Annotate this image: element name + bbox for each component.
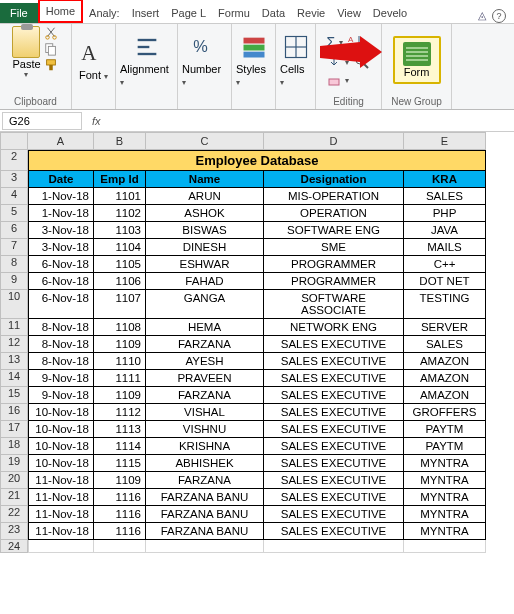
cell-desig-19[interactable]: SALES EXECUTIVE <box>264 455 404 472</box>
cell-kra-4[interactable]: SALES <box>404 188 486 205</box>
cell-kra-20[interactable]: MYNTRA <box>404 472 486 489</box>
cell-kra-5[interactable]: PHP <box>404 205 486 222</box>
row-header-11[interactable]: 11 <box>0 319 28 336</box>
cell-name-17[interactable]: VISHNU <box>146 421 264 438</box>
cell-date-4[interactable]: 1-Nov-18 <box>28 188 94 205</box>
cell-date-21[interactable]: 11-Nov-18 <box>28 489 94 506</box>
cell-id-20[interactable]: 1109 <box>94 472 146 489</box>
cell-date-14[interactable]: 9-Nov-18 <box>28 370 94 387</box>
column-header-C[interactable]: C <box>146 132 264 150</box>
cell-name-4[interactable]: ARUN <box>146 188 264 205</box>
cell-desig-16[interactable]: SALES EXECUTIVE <box>264 404 404 421</box>
help-icon[interactable]: ? <box>492 9 506 23</box>
cell-id-13[interactable]: 1110 <box>94 353 146 370</box>
cell-kra-16[interactable]: GROFFERS <box>404 404 486 421</box>
header-name[interactable]: Name <box>146 171 264 188</box>
cell-kra-6[interactable]: JAVA <box>404 222 486 239</box>
alignment-icon[interactable] <box>133 33 161 61</box>
cell-name-15[interactable]: FARZANA <box>146 387 264 404</box>
row-header-13[interactable]: 13 <box>0 353 28 370</box>
row-header-20[interactable]: 20 <box>0 472 28 489</box>
tab-file[interactable]: File <box>0 3 38 23</box>
cell-kra-22[interactable]: MYNTRA <box>404 506 486 523</box>
row-header-21[interactable]: 21 <box>0 489 28 506</box>
cell-kra-14[interactable]: AMAZON <box>404 370 486 387</box>
cell-date-15[interactable]: 9-Nov-18 <box>28 387 94 404</box>
row-header-8[interactable]: 8 <box>0 256 28 273</box>
cell-id-7[interactable]: 1104 <box>94 239 146 256</box>
cell-id-10[interactable]: 1107 <box>94 290 146 319</box>
row-header-6[interactable]: 6 <box>0 222 28 239</box>
cell-id-15[interactable]: 1109 <box>94 387 146 404</box>
cell-id-22[interactable]: 1116 <box>94 506 146 523</box>
fx-icon[interactable]: fx <box>84 115 109 127</box>
cell-date-10[interactable]: 6-Nov-18 <box>28 290 94 319</box>
form-button[interactable]: Form <box>393 36 441 84</box>
cell-name-20[interactable]: FARZANA <box>146 472 264 489</box>
cell-id-8[interactable]: 1105 <box>94 256 146 273</box>
font-icon[interactable]: A <box>79 39 107 67</box>
header-date[interactable]: Date <box>28 171 94 188</box>
cell-kra-19[interactable]: MYNTRA <box>404 455 486 472</box>
cell-date-18[interactable]: 10-Nov-18 <box>28 438 94 455</box>
cell-date-20[interactable]: 11-Nov-18 <box>28 472 94 489</box>
cell-date-9[interactable]: 6-Nov-18 <box>28 273 94 290</box>
cell-id-18[interactable]: 1114 <box>94 438 146 455</box>
header-designation[interactable]: Designation <box>264 171 404 188</box>
cell-name-7[interactable]: DINESH <box>146 239 264 256</box>
cell-kra-17[interactable]: PAYTM <box>404 421 486 438</box>
cell-kra-8[interactable]: C++ <box>404 256 486 273</box>
cell-id-17[interactable]: 1113 <box>94 421 146 438</box>
cell-id-19[interactable]: 1115 <box>94 455 146 472</box>
cut-icon[interactable] <box>43 26 59 40</box>
tab-analysis[interactable]: Analy: <box>83 3 126 23</box>
styles-dropdown[interactable]: Styles ▾ <box>236 63 271 87</box>
cell-date-8[interactable]: 6-Nov-18 <box>28 256 94 273</box>
cell-desig-5[interactable]: OPERATION <box>264 205 404 222</box>
cell-name-13[interactable]: AYESH <box>146 353 264 370</box>
cell-desig-22[interactable]: SALES EXECUTIVE <box>264 506 404 523</box>
cell-id-12[interactable]: 1109 <box>94 336 146 353</box>
cell-desig-9[interactable]: PROGRAMMER <box>264 273 404 290</box>
tab-developer[interactable]: Develo <box>367 3 413 23</box>
tab-home[interactable]: Home <box>38 0 83 23</box>
row-header-10[interactable]: 10 <box>0 290 28 319</box>
cell-name-10[interactable]: GANGA <box>146 290 264 319</box>
ribbon-minimize-icon[interactable]: ◬ <box>478 9 486 23</box>
cell-desig-21[interactable]: SALES EXECUTIVE <box>264 489 404 506</box>
cell-name-14[interactable]: PRAVEEN <box>146 370 264 387</box>
cell-name-18[interactable]: KRISHNA <box>146 438 264 455</box>
row-header-15[interactable]: 15 <box>0 387 28 404</box>
cell-desig-12[interactable]: SALES EXECUTIVE <box>264 336 404 353</box>
clear-icon[interactable] <box>327 73 341 87</box>
cell-name-8[interactable]: ESHWAR <box>146 256 264 273</box>
row-header-5[interactable]: 5 <box>0 205 28 222</box>
cell-date-17[interactable]: 10-Nov-18 <box>28 421 94 438</box>
tab-view[interactable]: View <box>331 3 367 23</box>
empty-cell-24-4[interactable] <box>404 540 486 553</box>
number-icon[interactable]: % <box>191 33 219 61</box>
cell-kra-15[interactable]: AMAZON <box>404 387 486 404</box>
cell-kra-23[interactable]: MYNTRA <box>404 523 486 540</box>
cell-id-21[interactable]: 1116 <box>94 489 146 506</box>
spreadsheet[interactable]: ABCDE2Employee Database3DateEmp IdNameDe… <box>0 132 514 553</box>
font-dropdown[interactable]: Font ▾ <box>79 69 108 81</box>
row-header-14[interactable]: 14 <box>0 370 28 387</box>
cell-desig-10[interactable]: SOFTWARE ASSOCIATE <box>264 290 404 319</box>
tab-insert[interactable]: Insert <box>126 3 166 23</box>
styles-icon[interactable] <box>240 33 268 61</box>
cell-desig-6[interactable]: SOFTWARE ENG <box>264 222 404 239</box>
cell-id-11[interactable]: 1108 <box>94 319 146 336</box>
cell-id-5[interactable]: 1102 <box>94 205 146 222</box>
row-header-19[interactable]: 19 <box>0 455 28 472</box>
cell-id-6[interactable]: 1103 <box>94 222 146 239</box>
cell-desig-11[interactable]: NETWORK ENG <box>264 319 404 336</box>
cell-desig-23[interactable]: SALES EXECUTIVE <box>264 523 404 540</box>
empty-cell-24-2[interactable] <box>146 540 264 553</box>
row-header-9[interactable]: 9 <box>0 273 28 290</box>
row-header-18[interactable]: 18 <box>0 438 28 455</box>
row-header-2[interactable]: 2 <box>0 150 28 171</box>
number-dropdown[interactable]: Number ▾ <box>182 63 227 87</box>
paste-button[interactable]: Paste ▾ <box>12 26 40 79</box>
cell-date-5[interactable]: 1-Nov-18 <box>28 205 94 222</box>
